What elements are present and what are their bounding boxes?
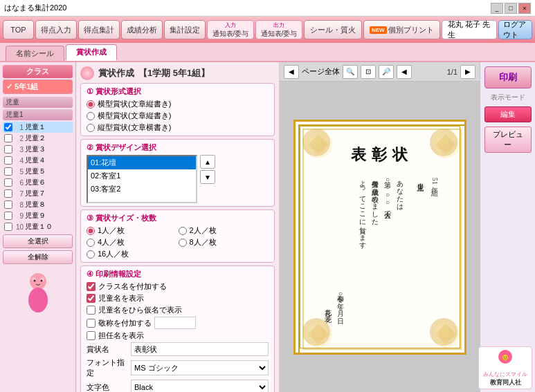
cb-show-student[interactable]: 児童名を表示 bbox=[87, 293, 269, 304]
student-item[interactable]: 4 児童４ bbox=[3, 155, 73, 166]
nav-top-button[interactable]: TOP bbox=[3, 20, 34, 39]
template-scroll-down[interactable]: ▼ bbox=[200, 170, 215, 184]
cb-show-furigana[interactable]: 児童名をひら仮名で表示 bbox=[87, 305, 269, 315]
sidebar: クラス ✓ 5年1組 児童 児童1 1 児童１2 児童２3 児童３4 児童４5 … bbox=[0, 62, 76, 392]
preview-zoom-in[interactable]: 🔍 bbox=[343, 65, 358, 79]
logo-main: みんなにスマイル bbox=[483, 371, 527, 378]
deselect-all-button[interactable]: 全解除 bbox=[3, 250, 73, 264]
svg-text:5年1組: 5年1組 bbox=[430, 178, 438, 197]
section-format: ①賞状形式選択 横型賞状(文章縦書き) 横型賞状(文章縦書き) 縦型賞状(文章横… bbox=[80, 83, 275, 136]
sidebar-deco bbox=[3, 271, 73, 321]
select-all-button[interactable]: 全選択 bbox=[3, 234, 73, 248]
svg-text:花丸　花子: 花丸 花子 bbox=[324, 304, 332, 324]
output-group[interactable]: 出力 通知表/委与 bbox=[255, 20, 302, 39]
svg-text:第○○○○大会で: 第○○○○大会で bbox=[383, 176, 391, 219]
nav-tokuten-shuukei-button[interactable]: 得点集計 bbox=[78, 20, 120, 39]
print-button[interactable]: 印刷 bbox=[484, 66, 532, 88]
svg-text:表彰状: 表彰状 bbox=[351, 146, 413, 163]
certificate: 表彰状 5年1組 児童１ あなたは 第○○○○大会で 優秀な成績を収めました bbox=[293, 120, 466, 355]
input-group-text: 通知表/委与 bbox=[212, 29, 249, 39]
section1-title: ①賞状形式選択 bbox=[87, 86, 269, 97]
tab-award[interactable]: 賞状作成 bbox=[66, 44, 117, 61]
award-name-label: 賞状名 bbox=[87, 344, 128, 355]
preview-zoom-fit[interactable]: ⊡ bbox=[361, 65, 376, 79]
svg-text:あなたは: あなたは bbox=[396, 176, 403, 210]
preview-canvas: 表彰状 5年1組 児童１ あなたは 第○○○○大会で 優秀な成績を収めました bbox=[280, 82, 480, 392]
logout-button[interactable]: ログアウト bbox=[498, 20, 532, 39]
student-item[interactable]: 8 児童８ bbox=[3, 199, 73, 210]
size-5[interactable]: 16人／枚 bbox=[87, 249, 177, 259]
size-1[interactable]: 1人／枚 bbox=[87, 225, 177, 236]
window-controls[interactable]: _ □ × bbox=[491, 3, 531, 14]
preview-area: ◀ ページ全体 🔍 ⊡ 🔎 ◀ 1/1 ▶ bbox=[279, 62, 480, 392]
top-nav: TOP 得点入力 得点集計 成績分析 集計設定 入力 通知表/委与 出力 通知表… bbox=[0, 17, 535, 43]
section-design: ②賞状デザイン選択 01:花壇02:客室103:客室2 ▲ ▼ bbox=[80, 139, 275, 207]
class-item-5nen1gumi[interactable]: ✓ 5年1組 bbox=[3, 80, 73, 94]
page-info: 1/1 bbox=[447, 68, 457, 76]
preview-next-page[interactable]: ▶ bbox=[460, 65, 475, 79]
preview-toolbar: ◀ ページ全体 🔍 ⊡ 🔎 ◀ 1/1 ▶ bbox=[280, 62, 480, 82]
nav-seiseki-bunseki-button[interactable]: 成績分析 bbox=[121, 20, 163, 39]
input-group[interactable]: 入力 通知表/委与 bbox=[207, 20, 254, 39]
preview-back-btn[interactable]: ◀ bbox=[284, 65, 299, 79]
output-group-text: 通知表/委与 bbox=[261, 29, 298, 39]
size-2[interactable]: 2人／枚 bbox=[179, 225, 269, 236]
edit-mode-button[interactable]: 編集 bbox=[484, 106, 532, 122]
format-radio-group: 横型賞状(文章縦書き) 横型賞状(文章縦書き) 縦型賞状(文章横書き) bbox=[87, 99, 269, 133]
color-row: 文字色 Black Red Blue bbox=[87, 380, 269, 392]
size-3[interactable]: 4人／枚 bbox=[87, 237, 177, 248]
student-list[interactable]: 1 児童１2 児童２3 児童３4 児童４5 児童５6 児童６7 児童７8 児童８… bbox=[3, 122, 73, 232]
color-select[interactable]: Black Red Blue bbox=[131, 380, 269, 392]
input-group-label: 入力 bbox=[225, 21, 236, 29]
template-list-item[interactable]: 01:花壇 bbox=[88, 156, 196, 169]
minimize-btn[interactable]: _ bbox=[491, 3, 503, 14]
right-panel: 印刷 表示モード 編集 プレビュー 😊 みんなにスマイル 教育同人社 bbox=[480, 62, 535, 392]
preview-mode-button[interactable]: プレビュー bbox=[484, 127, 532, 153]
color-label: 文字色 bbox=[87, 382, 128, 393]
tab-bar: 名前シール 賞状作成 bbox=[0, 43, 535, 62]
cb-add-class[interactable]: クラス名を付加する bbox=[87, 281, 269, 292]
template-list[interactable]: 01:花壇02:客室103:客室2 bbox=[87, 155, 197, 203]
font-select[interactable]: MS ゴシック MS 明朝 bbox=[131, 360, 269, 375]
preview-prev-page[interactable]: ◀ bbox=[397, 65, 412, 79]
cb-show-homeroom[interactable]: 担任名を表示 bbox=[87, 330, 269, 341]
cb-add-title[interactable]: 敬称を付加する bbox=[87, 317, 269, 329]
student-item[interactable]: 10 児童１０ bbox=[3, 221, 73, 232]
template-scroll-up[interactable]: ▲ bbox=[200, 155, 215, 169]
tab-name-seal[interactable]: 名前シール bbox=[6, 46, 64, 61]
student-item[interactable]: 3 児童３ bbox=[3, 144, 73, 155]
page-all-label: ページ全体 bbox=[302, 66, 340, 77]
maximize-btn[interactable]: □ bbox=[505, 3, 517, 14]
award-name-row: 賞状名 bbox=[87, 342, 269, 356]
student-item[interactable]: 7 児童７ bbox=[3, 188, 73, 199]
logo-text: 😊 bbox=[483, 348, 527, 371]
size-4[interactable]: 8人／枚 bbox=[179, 237, 269, 248]
student-item[interactable]: 1 児童１ bbox=[3, 122, 73, 133]
seal-quality-button[interactable]: シール・質火 bbox=[304, 20, 362, 39]
format-option-3[interactable]: 縦型賞状(文章横書き) bbox=[87, 122, 269, 133]
title-suffix-input[interactable] bbox=[154, 317, 196, 329]
section2-title: ②賞状デザイン選択 bbox=[87, 142, 269, 153]
mode-label: 表示モード bbox=[491, 93, 525, 102]
template-list-item[interactable]: 03:客室2 bbox=[88, 183, 196, 196]
format-option-1[interactable]: 横型賞状(文章縦書き) bbox=[87, 99, 269, 109]
size-options: 1人／枚 2人／枚 4人／枚 8人／枚 bbox=[87, 225, 269, 259]
new-badge: NEW bbox=[370, 26, 387, 34]
individual-print-button[interactable]: NEW 個別プリント bbox=[363, 20, 440, 39]
student-item[interactable]: 9 児童９ bbox=[3, 210, 73, 221]
student-item[interactable]: 2 児童２ bbox=[3, 133, 73, 144]
award-name-input[interactable] bbox=[131, 342, 269, 356]
font-row: フォント指定 MS ゴシック MS 明朝 bbox=[87, 357, 269, 378]
close-btn[interactable]: × bbox=[518, 3, 531, 14]
logo-sub: 教育同人社 bbox=[483, 378, 527, 387]
student-item[interactable]: 6 児童６ bbox=[3, 177, 73, 188]
nav-tokuten-input-button[interactable]: 得点入力 bbox=[35, 20, 77, 39]
svg-text:児童１: 児童１ bbox=[417, 178, 425, 192]
preview-zoom-out[interactable]: 🔎 bbox=[379, 65, 394, 79]
format-option-2[interactable]: 横型賞状(文章縦書き) bbox=[87, 111, 269, 121]
svg-point-4 bbox=[33, 280, 35, 282]
student-item[interactable]: 5 児童５ bbox=[3, 166, 73, 177]
nav-class-settings-button[interactable]: 集計設定 bbox=[164, 20, 206, 39]
template-list-item[interactable]: 02:客室1 bbox=[88, 169, 196, 183]
title-bar: はなまる集計2020 _ □ × bbox=[0, 0, 535, 17]
